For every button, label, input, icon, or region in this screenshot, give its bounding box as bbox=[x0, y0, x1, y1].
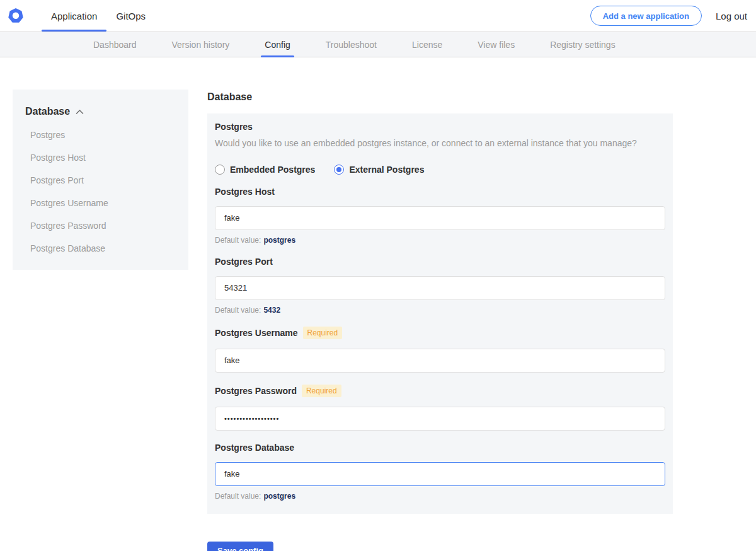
postgres-host-default: Default value:postgres bbox=[215, 236, 665, 245]
config-group-panel: Postgres Would you like to use an embedd… bbox=[207, 113, 673, 514]
logout-link[interactable]: Log out bbox=[716, 11, 747, 21]
config-sidebar: Database Postgres Postgres Host Postgres… bbox=[13, 90, 188, 270]
default-value: 5432 bbox=[263, 306, 280, 315]
sidebar-item-postgres-password[interactable]: Postgres Password bbox=[25, 221, 176, 231]
field-postgres-password-label: Postgres Password bbox=[215, 386, 297, 396]
subnav-troubleshoot[interactable]: Troubleshoot bbox=[319, 32, 383, 57]
config-main: Database Postgres Would you like to use … bbox=[207, 91, 673, 551]
subnav-dashboard-label: Dashboard bbox=[93, 40, 137, 50]
app-subnav: Dashboard Version history Config Trouble… bbox=[0, 32, 756, 57]
postgres-host-input[interactable] bbox=[215, 206, 665, 230]
group-label-postgres: Postgres bbox=[215, 122, 665, 132]
postgres-database-default: Default value:postgres bbox=[215, 492, 665, 501]
sidebar-items: Postgres Postgres Host Postgres Port Pos… bbox=[25, 130, 176, 253]
sidebar-item-postgres[interactable]: Postgres bbox=[25, 130, 176, 140]
field-postgres-password: Postgres Password Required bbox=[215, 385, 665, 431]
field-postgres-host: Postgres Host Default value:postgres bbox=[215, 187, 665, 245]
save-config-button[interactable]: Save config bbox=[207, 542, 273, 551]
field-postgres-username-label: Postgres Username bbox=[215, 328, 298, 338]
sidebar-group-database[interactable]: Database bbox=[25, 106, 176, 117]
subnav-dashboard[interactable]: Dashboard bbox=[87, 32, 143, 57]
field-postgres-port: Postgres Port Default value:5432 bbox=[215, 257, 665, 315]
tab-application[interactable]: Application bbox=[42, 0, 106, 32]
radio-external-postgres-label: External Postgres bbox=[349, 165, 424, 175]
postgres-password-input[interactable] bbox=[215, 407, 665, 431]
tab-gitops[interactable]: GitOps bbox=[106, 0, 155, 32]
radio-external-postgres[interactable]: External Postgres bbox=[334, 165, 424, 175]
field-postgres-username: Postgres Username Required bbox=[215, 327, 665, 373]
tab-application-label: Application bbox=[51, 11, 97, 21]
subnav-license-label: License bbox=[412, 40, 442, 50]
subnav-version-history-label: Version history bbox=[172, 40, 230, 50]
default-label: Default value: bbox=[215, 306, 261, 315]
subnav-view-files-label: View files bbox=[478, 40, 515, 50]
field-postgres-port-label: Postgres Port bbox=[215, 257, 273, 267]
postgres-port-input[interactable] bbox=[215, 276, 665, 300]
radio-embedded-postgres-label: Embedded Postgres bbox=[230, 165, 315, 175]
radio-unchecked-icon[interactable] bbox=[215, 165, 225, 175]
subnav-view-files[interactable]: View files bbox=[471, 32, 521, 57]
sidebar-group-label: Database bbox=[25, 106, 70, 117]
subnav-troubleshoot-label: Troubleshoot bbox=[326, 40, 377, 50]
field-postgres-database-label: Postgres Database bbox=[215, 443, 294, 453]
required-badge: Required bbox=[303, 327, 343, 339]
field-postgres-database: Postgres Database Default value:postgres bbox=[215, 443, 665, 501]
top-tabs: Application GitOps bbox=[42, 0, 155, 32]
postgres-username-input[interactable] bbox=[215, 349, 665, 373]
sidebar-item-postgres-database[interactable]: Postgres Database bbox=[25, 243, 176, 253]
field-postgres-host-label: Postgres Host bbox=[215, 187, 275, 197]
default-label: Default value: bbox=[215, 236, 261, 245]
app-logo[interactable] bbox=[8, 0, 24, 32]
subnav-version-history[interactable]: Version history bbox=[166, 32, 236, 57]
sidebar-item-postgres-port[interactable]: Postgres Port bbox=[25, 175, 176, 185]
subnav-registry-settings-label: Registry settings bbox=[550, 40, 615, 50]
default-value: postgres bbox=[263, 492, 295, 501]
postgres-radio-group: Embedded Postgres External Postgres bbox=[215, 165, 665, 175]
sidebar-item-postgres-username[interactable]: Postgres Username bbox=[25, 198, 176, 208]
subnav-config[interactable]: Config bbox=[258, 32, 296, 57]
postgres-database-input[interactable] bbox=[215, 462, 665, 486]
add-new-application-button[interactable]: Add a new application bbox=[590, 6, 702, 26]
chevron-up-icon bbox=[76, 109, 84, 115]
top-navbar: Application GitOps Add a new application… bbox=[0, 0, 756, 32]
required-badge: Required bbox=[302, 385, 341, 397]
tab-gitops-label: GitOps bbox=[116, 11, 146, 21]
subnav-license[interactable]: License bbox=[406, 32, 449, 57]
radio-embedded-postgres[interactable]: Embedded Postgres bbox=[215, 165, 315, 175]
subnav-config-label: Config bbox=[265, 40, 290, 50]
postgres-port-default: Default value:5432 bbox=[215, 306, 665, 315]
subnav-registry-settings[interactable]: Registry settings bbox=[544, 32, 621, 57]
default-value: postgres bbox=[263, 236, 295, 245]
section-title: Database bbox=[207, 91, 673, 103]
group-help-text: Would you like to use an embedded postgr… bbox=[215, 137, 665, 149]
heptagon-logo-icon bbox=[8, 8, 24, 24]
sidebar-item-postgres-host[interactable]: Postgres Host bbox=[25, 153, 176, 163]
top-right-actions: Add a new application Log out bbox=[590, 0, 756, 32]
default-label: Default value: bbox=[215, 492, 261, 501]
radio-checked-icon[interactable] bbox=[334, 165, 344, 175]
